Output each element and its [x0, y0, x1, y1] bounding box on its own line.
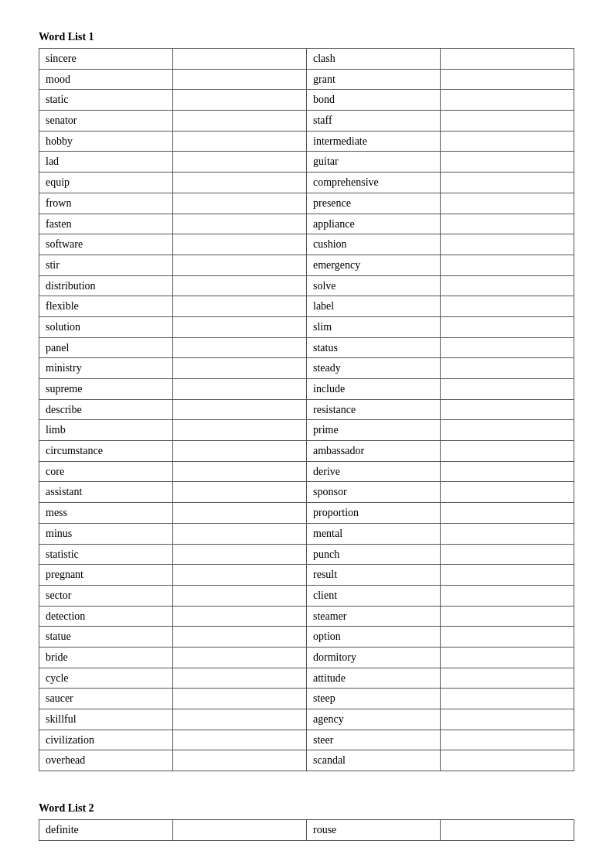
table-row: solve: [307, 275, 441, 296]
table-row: [173, 503, 307, 524]
table-row: [173, 296, 307, 317]
table-row: bond: [307, 90, 441, 111]
table-row: [173, 750, 307, 771]
table-row: [441, 152, 574, 173]
table-row: [173, 49, 307, 70]
table-row: grant: [307, 69, 441, 90]
word-list-1-title: Word List 1: [39, 31, 574, 43]
table-row: [173, 689, 307, 709]
table-row: result: [307, 565, 441, 586]
table-row: minus: [39, 523, 173, 544]
table-row: [173, 234, 307, 255]
table-row: [173, 69, 307, 90]
table-row: sincere: [39, 49, 173, 70]
table-row: pregnant: [39, 565, 173, 586]
table-row: [441, 90, 574, 111]
table-row: panel: [39, 337, 173, 358]
table-row: clash: [307, 49, 441, 70]
table-row: [173, 358, 307, 379]
table-row: mess: [39, 503, 173, 524]
table-row: stir: [39, 255, 173, 275]
table-row: [173, 420, 307, 441]
table-row: [441, 565, 574, 586]
table-row: staff: [307, 111, 441, 132]
table-row: [441, 420, 574, 441]
table-row: resistance: [307, 399, 441, 420]
table-row: [441, 173, 574, 193]
table-row: [441, 255, 574, 275]
word-list-2-section: Word List 2 definiterouse: [39, 802, 574, 841]
table-row: frown: [39, 193, 173, 214]
table-row: [441, 461, 574, 482]
table-row: civilization: [39, 730, 173, 750]
table-row: [173, 111, 307, 132]
table-row: appliance: [307, 214, 441, 234]
table-row: [441, 296, 574, 317]
table-row: [441, 337, 574, 358]
table-row: presence: [307, 193, 441, 214]
table-row: [441, 49, 574, 70]
table-row: [173, 316, 307, 337]
table-row: sector: [39, 585, 173, 606]
table-row: [173, 152, 307, 173]
table-row: [441, 523, 574, 544]
table-row: slim: [307, 316, 441, 337]
table-row: [173, 193, 307, 214]
table-row: [173, 647, 307, 668]
table-row: [173, 214, 307, 234]
table-row: detection: [39, 606, 173, 627]
table-row: [441, 750, 574, 771]
table-row: solution: [39, 316, 173, 337]
table-row: prime: [307, 420, 441, 441]
table-row: sponsor: [307, 482, 441, 503]
table-row: emergency: [307, 255, 441, 275]
table-row: include: [307, 379, 441, 400]
table-row: ministry: [39, 358, 173, 379]
table-row: [173, 627, 307, 648]
table-row: option: [307, 627, 441, 648]
table-row: supreme: [39, 379, 173, 400]
table-row: [441, 730, 574, 750]
table-row: static: [39, 90, 173, 111]
table-row: [441, 668, 574, 689]
table-row: punch: [307, 544, 441, 565]
table-row: rouse: [307, 820, 441, 841]
table-row: [441, 131, 574, 152]
table-row: steady: [307, 358, 441, 379]
table-row: [173, 820, 307, 841]
table-row: intermediate: [307, 131, 441, 152]
table-row: [173, 565, 307, 586]
table-row: client: [307, 585, 441, 606]
table-row: limb: [39, 420, 173, 441]
table-row: distribution: [39, 275, 173, 296]
table-row: assistant: [39, 482, 173, 503]
table-row: [441, 820, 574, 841]
table-row: [441, 503, 574, 524]
table-row: [441, 482, 574, 503]
table-row: bride: [39, 647, 173, 668]
table-row: [441, 379, 574, 400]
word-list-1-table: sincereclashmoodgrantstaticbondsenatorst…: [39, 48, 574, 771]
table-row: proportion: [307, 503, 441, 524]
table-row: senator: [39, 111, 173, 132]
word-list-2-table: definiterouse: [39, 819, 574, 841]
table-row: [173, 730, 307, 750]
table-row: [173, 606, 307, 627]
table-row: comprehensive: [307, 173, 441, 193]
table-row: [173, 399, 307, 420]
table-row: [441, 627, 574, 648]
table-row: guitar: [307, 152, 441, 173]
table-row: [441, 69, 574, 90]
table-row: statue: [39, 627, 173, 648]
table-row: [441, 316, 574, 337]
table-row: [441, 606, 574, 627]
table-row: core: [39, 461, 173, 482]
table-row: [173, 461, 307, 482]
table-row: [173, 90, 307, 111]
table-row: scandal: [307, 750, 441, 771]
table-row: steer: [307, 730, 441, 750]
table-row: [441, 193, 574, 214]
table-row: dormitory: [307, 647, 441, 668]
table-row: agency: [307, 709, 441, 730]
table-row: [441, 585, 574, 606]
